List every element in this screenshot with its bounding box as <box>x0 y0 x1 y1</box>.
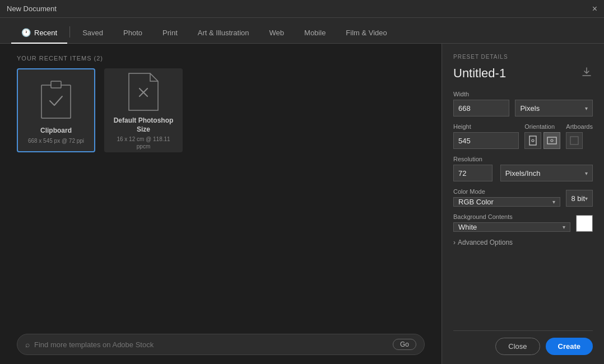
advanced-chevron-icon: › <box>453 239 456 246</box>
dialog-buttons: Close Create <box>453 330 593 355</box>
right-panel: PRESET DETAILS Untitled-1 Width Pixels ▾ <box>442 44 604 364</box>
color-mode-value: RGB Color <box>458 198 552 206</box>
doc-item-clipboard[interactable]: Clipboard 668 x 545 px @ 72 ppi <box>17 68 95 152</box>
height-input[interactable] <box>453 132 519 149</box>
svg-rect-4 <box>529 136 536 145</box>
background-chevron: ▾ <box>563 224 565 230</box>
advanced-options-label: Advanced Options <box>458 239 513 246</box>
width-unit-select[interactable]: Pixels ▾ <box>515 100 593 116</box>
background-label: Background Contents <box>453 213 570 220</box>
svg-rect-0 <box>41 85 71 118</box>
landscape-button[interactable] <box>543 132 560 149</box>
artboards-group: Artboards <box>566 123 593 149</box>
doc-name-default: Default Photoshop Size <box>110 116 177 134</box>
color-mode-label: Color Mode <box>453 188 560 195</box>
main-layout: YOUR RECENT ITEMS (2) Clipboard 668 x 54… <box>0 44 604 364</box>
tab-print[interactable]: Print <box>152 23 188 44</box>
orientation-buttons <box>524 132 560 149</box>
doc-info-clipboard: 668 x 545 px @ 72 ppi <box>28 137 84 144</box>
dialog-title: New Document <box>7 4 57 13</box>
tab-recent[interactable]: 🕐 Recent <box>11 22 67 44</box>
resolution-group: Resolution <box>453 156 495 181</box>
create-button[interactable]: Create <box>546 338 593 355</box>
color-bit-select[interactable]: 8 bit ▾ <box>566 190 593 207</box>
resolution-row: Resolution Pixels/Inch ▾ <box>453 156 593 181</box>
close-dialog-button[interactable]: Close <box>495 338 540 355</box>
doc-item-default[interactable]: Default Photoshop Size 16 x 12 cm @ 118.… <box>104 68 183 152</box>
svg-rect-1 <box>51 81 61 88</box>
preset-title: Untitled-1 <box>453 66 506 81</box>
color-bit-chevron: ▾ <box>585 195 588 202</box>
resolution-input[interactable] <box>453 165 493 181</box>
tab-web[interactable]: Web <box>259 23 295 44</box>
resolution-label: Resolution <box>453 156 495 162</box>
search-icon: ⌕ <box>25 340 30 349</box>
background-select[interactable]: White ▾ <box>453 222 570 232</box>
svg-rect-8 <box>570 137 578 144</box>
color-mode-select[interactable]: RGB Color ▾ <box>453 197 560 207</box>
clipboard-icon <box>38 78 74 121</box>
background-value: White <box>458 223 563 231</box>
height-orient-row: Height Orientation <box>453 123 593 149</box>
tabs-bar: 🕐 Recent Saved Photo Print Art & Illustr… <box>0 18 604 44</box>
height-label: Height <box>453 123 519 130</box>
search-go-button[interactable]: Go <box>393 339 416 350</box>
doc-name-clipboard: Clipboard <box>40 127 72 136</box>
preset-section-label: PRESET DETAILS <box>453 54 593 60</box>
color-mode-chevron: ▾ <box>552 199 555 205</box>
resolution-unit-value: Pixels/Inch <box>505 169 585 178</box>
orientation-group: Orientation <box>524 123 560 149</box>
artboards-label: Artboards <box>566 123 593 130</box>
left-panel: YOUR RECENT ITEMS (2) Clipboard 668 x 54… <box>0 44 442 364</box>
resolution-unit-chevron: ▾ <box>585 170 588 176</box>
tab-art[interactable]: Art & Illustration <box>188 23 259 44</box>
artboards-checkbox[interactable] <box>566 132 583 149</box>
svg-point-7 <box>551 139 553 142</box>
width-unit-value: Pixels <box>520 104 585 113</box>
width-group: Width <box>453 91 509 116</box>
resolution-unit-select[interactable]: Pixels/Inch ▾ <box>500 165 593 181</box>
width-label: Width <box>453 91 509 97</box>
default-doc-icon <box>126 73 161 111</box>
search-bar: ⌕ Go <box>17 334 425 355</box>
window-close-button[interactable]: × <box>592 4 597 13</box>
background-color-swatch[interactable] <box>576 215 593 232</box>
width-input[interactable] <box>453 100 509 116</box>
doc-info-default: 16 x 12 cm @ 118.11 ppcm <box>110 136 177 150</box>
tab-film[interactable]: Film & Video <box>336 23 397 44</box>
tab-photo[interactable]: Photo <box>113 23 152 44</box>
tab-mobile[interactable]: Mobile <box>294 23 336 44</box>
svg-rect-6 <box>547 137 556 144</box>
recent-items: Clipboard 668 x 545 px @ 72 ppi Default … <box>0 68 442 152</box>
color-bit-value: 8 bit <box>571 194 585 203</box>
width-row: Width Pixels ▾ <box>453 91 593 116</box>
search-input[interactable] <box>34 340 388 349</box>
recent-clock-icon: 🕐 <box>21 28 31 37</box>
search-area: ⌕ Go <box>0 325 442 364</box>
save-preset-button[interactable] <box>580 66 593 81</box>
advanced-options-toggle[interactable]: › Advanced Options <box>453 236 593 249</box>
color-mode-row: Color Mode RGB Color ▾ 8 bit ▾ <box>453 188 593 207</box>
svg-point-5 <box>532 139 534 142</box>
background-row: Background Contents White ▾ <box>453 213 593 232</box>
background-group: Background Contents White ▾ <box>453 213 570 232</box>
height-group: Height <box>453 123 519 149</box>
preset-title-row: Untitled-1 <box>453 66 593 81</box>
recent-header: YOUR RECENT ITEMS (2) <box>0 44 442 68</box>
chevron-down-icon: ▾ <box>585 105 588 111</box>
tab-separator <box>69 26 70 38</box>
portrait-button[interactable] <box>524 132 541 149</box>
title-bar: New Document × <box>0 0 604 18</box>
orientation-label: Orientation <box>524 123 560 130</box>
color-mode-group: Color Mode RGB Color ▾ <box>453 188 560 207</box>
tab-saved[interactable]: Saved <box>72 23 113 44</box>
